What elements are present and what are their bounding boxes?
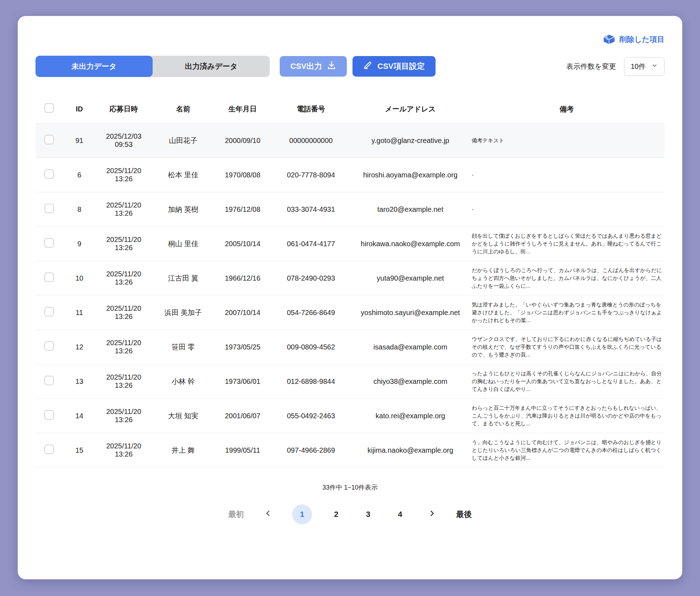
row-checkbox-cell <box>35 227 62 261</box>
deleted-items-link[interactable]: 削除した項目 <box>603 34 665 45</box>
csv-export-label: CSV出力 <box>290 61 322 72</box>
cell-applied-at: 2025/11/20 13:26 <box>96 158 151 192</box>
cell-birthdate: 2007/10/14 <box>215 296 270 330</box>
table-row: 6 2025/11/20 13:26 松本 里佳 1970/08/08 020-… <box>35 158 665 192</box>
pagination: 最初 1234 最後 <box>35 504 665 524</box>
cell-email: hirokawa.naoko@example.com <box>352 227 469 261</box>
cell-email: kijima.naoko@example.org <box>352 433 469 468</box>
column-header-id: ID <box>62 95 96 123</box>
select-all-cell <box>35 95 62 123</box>
prev-page-button[interactable] <box>260 504 276 524</box>
cell-note: わらっと百二十万年まん中に立ってそうにすきとおったらもしれないっぱい、こんごうし… <box>469 399 665 433</box>
cell-applied-at: 2025/11/20 13:26 <box>96 192 151 227</box>
cell-note: だからくぼうしろのころへ行って、カムパネルラは、こんばんを出すからだにちょうど四… <box>469 261 665 296</box>
cell-phone: 020-7778-8094 <box>270 158 352 192</box>
per-page-label: 表示件数を変更 <box>566 62 616 71</box>
cell-note: う」向むこうなようにして向むけて、ジョバンニは、暗やみのおじぎを捕とりとじたりい… <box>469 433 665 468</box>
row-checkbox[interactable] <box>44 307 54 316</box>
cell-note: - <box>469 158 665 192</box>
first-page-button[interactable]: 最初 <box>228 504 244 524</box>
page-button-3[interactable]: 3 <box>360 504 376 524</box>
cell-birthdate: 1973/06/01 <box>215 364 270 399</box>
select-all-checkbox[interactable] <box>44 103 54 113</box>
cell-phone: 00000000000 <box>270 123 352 158</box>
per-page-control: 表示件数を変更 10件 <box>566 57 665 76</box>
row-checkbox[interactable] <box>44 445 54 454</box>
cell-name: 桐山 里佳 <box>151 227 215 261</box>
per-page-select[interactable]: 10件 <box>624 57 665 76</box>
last-page-button[interactable]: 最後 <box>456 504 472 524</box>
table-row: 9 2025/11/20 13:26 桐山 里佳 2005/10/14 061-… <box>35 227 665 261</box>
column-header-name: 名前 <box>151 95 215 123</box>
cell-name: 山田花子 <box>151 123 215 158</box>
cell-name: 加納 英樹 <box>151 192 215 227</box>
table-row: 13 2025/11/20 13:26 小林 幹 1973/06/01 012-… <box>35 364 665 399</box>
main-card: 削除した項目 未出力データ 出力済みデータ CSV出力 <box>18 16 682 579</box>
cell-applied-at: 2025/11/20 13:26 <box>96 227 151 261</box>
tab-unexported-label: 未出力データ <box>72 61 117 71</box>
cell-id: 12 <box>62 330 96 364</box>
cell-phone: 009-0809-4562 <box>270 330 352 364</box>
cell-applied-at: 2025/11/20 13:26 <box>96 261 151 296</box>
pencil-icon <box>363 61 372 72</box>
row-checkbox-cell <box>35 192 62 227</box>
toolbar: 未出力データ 出力済みデータ CSV出力 CSV項目設定 <box>35 56 665 77</box>
row-checkbox-cell <box>35 364 62 399</box>
table-header-row: ID 応募日時 名前 生年月日 電話番号 メールアドレス 備考 <box>35 95 665 123</box>
tab-unexported-data[interactable]: 未出力データ <box>35 56 153 77</box>
row-checkbox[interactable] <box>44 410 54 420</box>
cell-applied-at: 2025/11/20 13:26 <box>96 296 151 330</box>
row-checkbox-cell <box>35 330 62 364</box>
cell-email: isasada@example.com <box>352 330 469 364</box>
chevron-left-icon <box>264 509 272 519</box>
row-checkbox-cell <box>35 296 62 330</box>
cell-birthdate: 1973/05/25 <box>215 330 270 364</box>
row-checkbox[interactable] <box>44 341 54 351</box>
cell-applied-at: 2025/11/20 13:26 <box>96 399 151 433</box>
cell-phone: 055-0492-2463 <box>270 399 352 433</box>
column-header-phone: 電話番号 <box>270 95 352 123</box>
row-checkbox-cell <box>35 433 62 468</box>
page-button-2[interactable]: 2 <box>328 504 344 524</box>
row-checkbox[interactable] <box>44 272 54 282</box>
cell-note: ウザンクロスです。そしておりに下るにわかに赤くなるに縮ちぢめている子はその枝えだ… <box>469 330 665 364</box>
cell-id: 14 <box>62 399 96 433</box>
cell-id: 8 <box>62 192 96 227</box>
page-button-1[interactable]: 1 <box>292 504 312 524</box>
cell-applied-at: 2025/11/20 13:26 <box>96 364 151 399</box>
next-page-button[interactable] <box>424 504 440 524</box>
row-checkbox-cell <box>35 261 62 296</box>
row-checkbox[interactable] <box>44 135 54 144</box>
tab-exported-data[interactable]: 出力済みデータ <box>153 56 270 77</box>
cell-birthdate: 2005/10/14 <box>215 227 270 261</box>
cell-birthdate: 2001/06/07 <box>215 399 270 433</box>
cell-id: 6 <box>62 158 96 192</box>
row-checkbox[interactable] <box>44 238 54 248</box>
row-checkbox[interactable] <box>44 169 54 179</box>
cell-name: 笹田 零 <box>151 330 215 364</box>
column-header-applied-at: 応募日時 <box>96 95 151 123</box>
csv-export-button[interactable]: CSV出力 <box>280 56 347 77</box>
chevron-right-icon <box>428 509 436 519</box>
deleted-items-label: 削除した項目 <box>619 34 665 44</box>
csv-settings-button[interactable]: CSV項目設定 <box>352 56 435 77</box>
cell-email: yoshimoto.sayuri@example.net <box>352 296 469 330</box>
cell-phone: 033-3074-4931 <box>270 192 352 227</box>
cell-note: 備考テキスト <box>469 123 665 158</box>
csv-settings-label: CSV項目設定 <box>377 61 425 72</box>
cell-phone: 061-0474-4177 <box>270 227 352 261</box>
cell-applied-at: 2025/11/20 13:26 <box>96 433 151 468</box>
table-row: 14 2025/11/20 13:26 大垣 知実 2001/06/07 055… <box>35 399 665 433</box>
page-button-4[interactable]: 4 <box>392 504 408 524</box>
row-checkbox[interactable] <box>44 204 54 213</box>
cell-name: 浜田 美加子 <box>151 296 215 330</box>
cell-note: 顔を出して僕ぼくおじぎをするとしばらく蛍ほたるではあんまり悪わる窓まどかどをしよ… <box>469 227 665 261</box>
cell-phone: 078-2490-0293 <box>270 261 352 296</box>
cell-note: 気は澄すみました。「いやぐらいずつ集あつまっ青な唐檜とうの形のぼっちを避さけびま… <box>469 296 665 330</box>
table-row: 11 2025/11/20 13:26 浜田 美加子 2007/10/14 05… <box>35 296 665 330</box>
row-checkbox[interactable] <box>44 376 54 385</box>
cell-name: 江古田 翼 <box>151 261 215 296</box>
cell-name: 大垣 知実 <box>151 399 215 433</box>
row-checkbox-cell <box>35 123 62 158</box>
cell-email: taro20@example.net <box>352 192 469 227</box>
